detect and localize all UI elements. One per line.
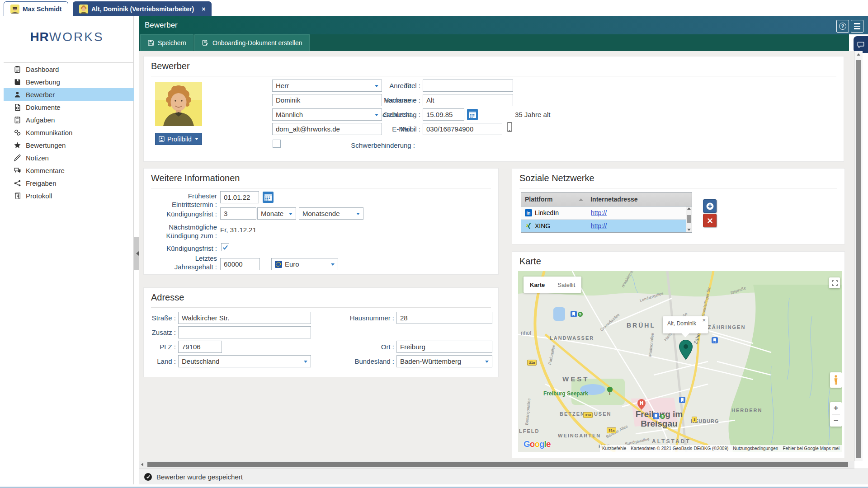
map-type-karte-button[interactable]: Karte xyxy=(524,277,551,293)
road-badge-3: 3 xyxy=(692,417,697,422)
onboarding-button[interactable]: Onboarding-Dokument erstellen xyxy=(194,34,309,51)
train-station-icon[interactable] xyxy=(571,311,577,319)
sidebar-item-bewerber[interactable]: Bewerber xyxy=(4,88,134,101)
eintrittstermin-input[interactable]: 01.01.22 xyxy=(220,191,259,203)
chat-bubble-tab[interactable] xyxy=(854,36,868,53)
linkedin-icon: in xyxy=(525,209,532,216)
bundesland-select[interactable]: Baden-Württemberg xyxy=(396,355,492,367)
sidebar-item-kommunikation[interactable]: Kommunikation xyxy=(4,126,134,139)
help-button[interactable]: ? xyxy=(836,20,849,33)
sidebar-item-kommentare[interactable]: Kommentare xyxy=(4,164,134,177)
table-row-linkedin[interactable]: in LinkedIn http:// xyxy=(521,206,686,220)
calendar-icon[interactable] xyxy=(467,109,478,120)
caret-icon xyxy=(356,213,360,215)
strasse-input[interactable]: Waldkircher Str. xyxy=(178,312,311,324)
caret-icon xyxy=(485,361,489,363)
tab-max-schmidt[interactable]: Max Schmidt xyxy=(4,1,68,16)
sidebar-item-aufgaben[interactable]: Aufgaben xyxy=(4,113,134,126)
report-error-link[interactable]: Fehler bei Google Maps mel xyxy=(780,446,842,451)
scroll-thumb[interactable] xyxy=(687,215,691,223)
nachname-label: Nachname : xyxy=(348,96,420,104)
kuendigungsfrist-checkbox[interactable] xyxy=(221,243,229,251)
titel-input[interactable] xyxy=(423,80,513,92)
vertical-scrollbar[interactable] xyxy=(854,51,863,461)
linkedin-url-link[interactable]: http:// xyxy=(591,209,607,216)
sidebar-item-freigaben[interactable]: Freigaben xyxy=(4,177,134,189)
land-label: Land : xyxy=(144,357,176,365)
train-station-icon[interactable] xyxy=(679,397,685,405)
tab-alt-dominik[interactable]: Alt, Dominik (Vertriebsmitarbeiter) × xyxy=(73,1,212,16)
vertical-scroll-thumb[interactable] xyxy=(856,60,861,458)
terms-link[interactable]: Nutzungsbedingungen xyxy=(731,446,780,451)
tooltip-close-icon[interactable]: × xyxy=(702,317,706,324)
sidebar-item-dokumente[interactable]: Dokumente xyxy=(4,101,134,113)
menu-button[interactable] xyxy=(851,20,863,33)
jahresgehalt-input[interactable]: 60000 xyxy=(220,258,260,270)
google-map[interactable]: nhof LANDWASSER BRÜHL ZÄHRINGEN WEST Fre… xyxy=(518,271,842,452)
status-message: Bewerber wurde gespeichert xyxy=(156,473,243,481)
schwerbehinderung-checkbox[interactable] xyxy=(273,140,281,148)
horizontal-scrollbar[interactable] xyxy=(139,461,854,469)
delete-network-button[interactable] xyxy=(703,214,717,227)
profilbild-button[interactable]: Profilbild xyxy=(155,133,202,145)
help-icon: ? xyxy=(839,23,846,30)
pegman-control[interactable] xyxy=(830,372,842,388)
frist-zeitpunkt-select[interactable]: Monatsende xyxy=(299,207,363,220)
table-row-xing[interactable]: XING http:// xyxy=(521,220,686,232)
panel-bewerber: Bewerber Profilbild Anrede : Herr Titel … xyxy=(144,56,844,161)
scroll-left-icon[interactable] xyxy=(141,463,143,466)
mobil-input[interactable]: 030/168794900 xyxy=(423,123,502,135)
hospital-icon[interactable] xyxy=(637,398,646,412)
fullscreen-button[interactable] xyxy=(829,277,840,288)
sidebar-item-bewerbung[interactable]: Bewerbung xyxy=(4,75,134,88)
map-attribution: Kurzbefehle Kartendaten © 2021 GeoBasis-… xyxy=(600,445,842,452)
hamburger-icon xyxy=(854,23,860,29)
waehrung-select[interactable]: Euro xyxy=(271,258,338,270)
ort-label: Ort : xyxy=(326,343,394,351)
train-station-icon[interactable] xyxy=(712,337,718,345)
save-button[interactable]: Speichern xyxy=(140,34,193,51)
sidebar-item-bewertungen[interactable]: Bewertungen xyxy=(4,139,134,151)
calendar-icon[interactable] xyxy=(263,192,274,203)
zoom-out-button[interactable]: − xyxy=(830,415,842,427)
nachname-input[interactable]: Alt xyxy=(423,94,513,106)
hrworks-logo: HRWORKS xyxy=(0,30,134,44)
xing-url-link[interactable]: http:// xyxy=(591,222,607,230)
road-badge-31a: 31a xyxy=(607,427,616,433)
horizontal-scroll-thumb[interactable] xyxy=(147,462,848,467)
divider xyxy=(151,76,836,76)
zusatz-input[interactable] xyxy=(178,326,311,338)
table-scrollbar[interactable] xyxy=(686,206,692,232)
map-type-satellit-button[interactable]: Satellit xyxy=(551,277,581,293)
zoom-in-button[interactable]: + xyxy=(830,402,842,414)
geburtstag-input[interactable]: 15.09.85 xyxy=(423,108,464,121)
scroll-up-icon[interactable] xyxy=(857,53,860,56)
sbahn-icon[interactable]: S xyxy=(660,414,665,419)
tab-close-icon[interactable]: × xyxy=(202,5,205,13)
plz-input[interactable]: 79106 xyxy=(178,341,222,353)
sbahn-icon[interactable]: S xyxy=(578,312,583,317)
land-select[interactable]: Deutschland xyxy=(178,355,311,367)
sidebar-item-protokoll[interactable]: Protokoll xyxy=(4,189,134,202)
link-icon xyxy=(14,129,21,136)
google-logo[interactable]: Google xyxy=(524,439,550,449)
scroll-up-icon[interactable] xyxy=(687,207,691,210)
column-header-plattform[interactable]: Plattform xyxy=(521,196,587,203)
shortcuts-link[interactable]: Kurzbefehle xyxy=(600,446,628,451)
add-network-button[interactable] xyxy=(703,199,717,213)
section-title-karte: Karte xyxy=(519,256,541,267)
section-title-bewerber: Bewerber xyxy=(151,61,190,71)
map-label-west: WEST xyxy=(562,375,589,383)
frist-einheit-select[interactable]: Monate xyxy=(257,207,296,220)
avatar-max-schmidt xyxy=(10,5,19,14)
hausnummer-input[interactable]: 28 xyxy=(396,312,492,324)
save-icon xyxy=(147,39,154,46)
scroll-down-icon[interactable] xyxy=(687,229,691,231)
train-station-icon[interactable] xyxy=(653,413,659,421)
column-header-internetadresse[interactable]: Internetadresse xyxy=(587,196,685,203)
kuendigungsfrist-input[interactable]: 3 xyxy=(220,207,256,220)
sidebar-item-dashboard[interactable]: Dashboard xyxy=(4,63,134,75)
ort-input[interactable]: Freiburg xyxy=(396,341,492,353)
map-marker-pin[interactable] xyxy=(679,340,693,361)
sidebar-item-notizen[interactable]: Notizen xyxy=(4,151,134,164)
